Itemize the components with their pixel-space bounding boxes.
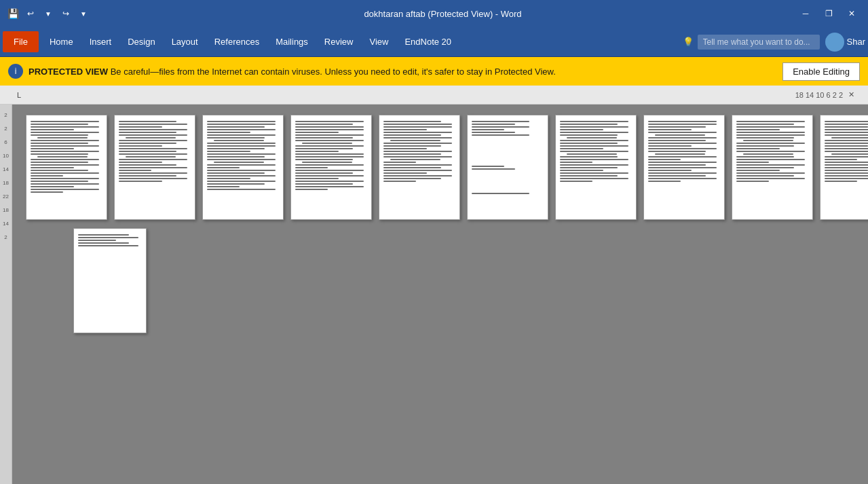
page-thumb-3[interactable] [202,115,284,220]
undo-dropdown-icon[interactable]: ▼ [42,7,54,20]
text-line [295,148,353,149]
text-line [295,153,364,155]
menu-mailings[interactable]: Mailings [267,31,316,52]
search-input[interactable] [698,35,820,50]
text-line [825,172,868,174]
page-thumb-8[interactable] [643,115,725,220]
text-line [207,178,250,179]
menu-references[interactable]: References [206,31,267,52]
text-line [295,172,353,174]
protected-view-icon: i [8,64,23,79]
text-line [295,129,364,130]
text-line [383,137,452,138]
text-line [383,178,441,179]
text-line [207,151,250,152]
vertical-ruler: 2 2 6 10 14 18 22 18 14 2 [0,105,12,484]
close-button[interactable]: ✕ [842,4,861,23]
text-line [648,178,717,179]
text-line [383,153,441,155]
page-thumb-9[interactable] [732,115,813,220]
customize-qat-icon[interactable]: ▼ [77,7,90,20]
share-button[interactable]: Shar [825,33,865,52]
text-line [302,143,352,144]
page-thumb-6[interactable] [467,115,548,220]
text-line [207,170,276,171]
redo-icon[interactable]: ↪ [60,7,72,20]
page-thumb-11[interactable] [73,228,147,333]
tab-stop-icon[interactable]: L [14,90,24,100]
page-thumb-10[interactable] [820,115,868,220]
text-line [736,162,769,163]
page-thumb-4[interactable] [290,115,372,220]
text-line [31,164,99,166]
text-line [31,170,88,171]
text-line [472,129,504,130]
text-line [648,175,706,176]
quick-access-toolbar: 💾 ↩ ▼ ↪ ▼ [7,7,90,20]
text-line [560,143,618,144]
text-line [207,129,276,130]
text-line [825,159,857,160]
text-line [648,172,717,174]
text-line [743,153,793,155]
text-line [648,156,717,157]
text-line [825,134,868,136]
menu-design[interactable]: Design [119,31,163,52]
text-line [78,245,138,246]
text-line [207,126,265,128]
minimize-button[interactable]: ─ [796,4,815,23]
text-line [736,143,805,144]
text-line [383,145,441,147]
menu-home[interactable]: Home [41,31,81,52]
page-thumb-7[interactable] [555,115,637,220]
text-line [295,124,353,125]
text-line [648,145,692,147]
text-line [648,143,717,144]
text-line [825,129,868,130]
protected-view-bold: PROTECTED VIEW [29,67,108,77]
text-line [295,178,339,179]
text-line [825,170,868,171]
text-line [207,137,265,138]
menu-file[interactable]: File [3,31,39,52]
menu-review[interactable]: Review [316,31,362,52]
text-line [648,181,681,182]
undo-icon[interactable]: ↩ [24,7,37,20]
text-line [31,181,88,182]
text-line [825,181,857,182]
text-line [472,134,529,136]
text-line [648,162,717,163]
text-line [126,156,176,157]
text-line [736,164,805,166]
vr-6: 6 [0,135,12,149]
text-line [31,178,99,179]
vr-2a: 2 [0,108,12,122]
page-thumb-5[interactable] [379,115,460,220]
text-line [31,143,88,144]
text-line [736,132,805,133]
page-thumb-1[interactable] [26,115,107,220]
window-title: dokhtaran aftab (Protected View) - Word [90,9,796,19]
page-thumb-2[interactable] [114,115,195,220]
restore-button[interactable]: ❐ [819,4,838,23]
text-line [207,189,276,190]
text-line [383,156,452,157]
text-line [560,134,618,136]
save-icon[interactable]: 💾 [7,7,19,20]
menu-layout[interactable]: Layout [164,31,206,52]
text-line [78,237,138,238]
menu-insert[interactable]: Insert [81,31,120,52]
text-line [207,181,276,182]
text-line [295,156,364,157]
text-line [648,124,717,125]
menu-view[interactable]: View [361,31,396,52]
text-line [295,167,328,168]
text-line [78,242,129,244]
menu-endnote[interactable]: EndNote 20 [396,31,459,52]
text-line [825,143,868,144]
close-ruler-icon[interactable]: ✕ [848,90,854,99]
text-line [560,172,628,174]
text-line [31,134,88,136]
enable-editing-button[interactable]: Enable Editing [782,62,860,81]
text-line [825,124,868,125]
